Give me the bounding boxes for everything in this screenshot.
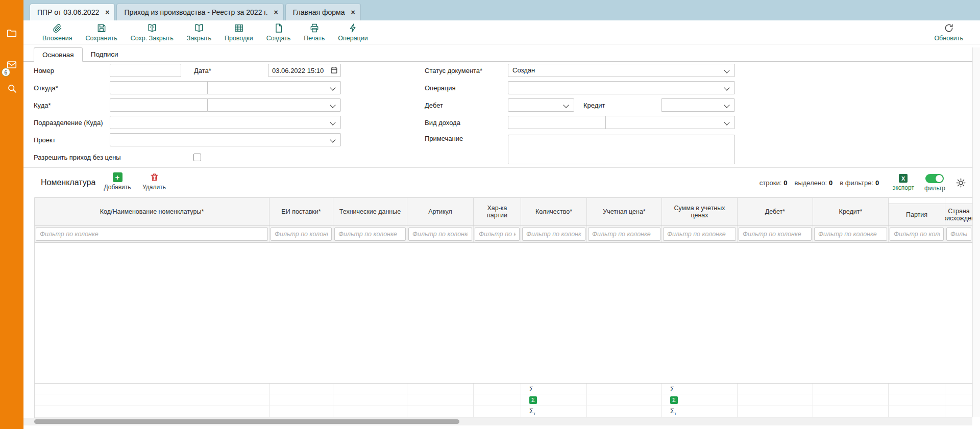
toolbar-label: Операции <box>338 35 368 42</box>
allow-no-price-label: Разрешить приход без цены <box>34 154 189 161</box>
from-select[interactable] <box>207 81 341 94</box>
column-filter-input[interactable] <box>663 228 736 241</box>
close-icon[interactable]: × <box>105 9 109 16</box>
debit-label: Дебет <box>425 102 508 109</box>
column-filter-input[interactable] <box>739 228 812 241</box>
column-header[interactable]: Дебет* <box>738 198 813 225</box>
print-button[interactable]: Печать <box>297 22 331 43</box>
sidebar-search-button[interactable] <box>0 81 23 96</box>
trash-icon <box>150 172 159 182</box>
column-filter-input[interactable] <box>588 228 660 241</box>
create-button[interactable]: Создать <box>260 22 298 43</box>
sum-total-button[interactable]: Σт <box>529 407 535 416</box>
export-button[interactable]: X экспорт <box>892 174 914 191</box>
tab-main[interactable]: Основная <box>34 47 83 62</box>
form-tab-label: Основная <box>42 51 74 59</box>
toolbar-label: Создать <box>266 35 291 42</box>
save-icon <box>96 23 107 33</box>
attachments-button[interactable]: Вложения <box>36 22 79 43</box>
window-tab-ppr[interactable]: ППР от 03.06.2022 × <box>30 4 115 20</box>
column-header[interactable]: Сумма в учетных ценах <box>662 198 738 225</box>
operation-select[interactable] <box>508 81 735 94</box>
postings-button[interactable]: Проводки <box>218 22 260 43</box>
form-tabbar: Основная Подписи <box>23 47 980 62</box>
sigma-subscript: т <box>674 411 676 416</box>
division-select[interactable] <box>110 116 341 129</box>
allow-no-price-checkbox[interactable] <box>193 154 201 161</box>
division-label: Подразделение (Куда) <box>34 119 110 127</box>
column-header[interactable]: ЕИ поставки* <box>270 198 333 225</box>
main-area: ППР от 03.06.2022 × Приход из производст… <box>23 0 980 429</box>
column-filter-input[interactable] <box>475 228 520 241</box>
operation-label: Операция <box>425 84 508 92</box>
income-type-select[interactable] <box>605 116 735 129</box>
note-textarea[interactable] <box>508 135 735 164</box>
close-button[interactable]: Закрыть <box>180 22 218 43</box>
horizontal-scrollbar[interactable] <box>23 418 972 425</box>
column-header[interactable]: Партия <box>889 198 945 225</box>
column-filter-input[interactable] <box>522 228 585 241</box>
status-label: Статус документа* <box>425 67 508 74</box>
column-header[interactable]: Хар-ка партии <box>474 198 521 225</box>
save-button[interactable]: Сохранить <box>79 22 124 43</box>
sum-row-1: Σ Σ <box>35 383 972 394</box>
column-header[interactable]: Учетная цена* <box>587 198 662 225</box>
delete-row-button[interactable]: Удалить <box>138 172 170 191</box>
toolbar-label: Обновить <box>934 35 963 42</box>
to-code-input[interactable] <box>110 98 208 112</box>
calendar-icon[interactable] <box>330 66 338 74</box>
add-row-button[interactable]: + Добавить <box>101 172 134 191</box>
gear-icon[interactable] <box>955 178 966 188</box>
column-filter-input[interactable] <box>408 228 472 241</box>
column-header[interactable]: Технические данные <box>333 198 407 225</box>
sum-button[interactable]: Σ <box>670 385 674 393</box>
close-icon[interactable]: × <box>351 9 355 16</box>
column-header[interactable]: Страна происхождения <box>945 198 972 225</box>
project-select[interactable] <box>110 133 341 146</box>
number-input[interactable] <box>110 64 181 77</box>
column-filter-input[interactable] <box>946 228 971 241</box>
to-select[interactable] <box>207 98 341 112</box>
credit-select[interactable] <box>661 98 735 112</box>
operations-button[interactable]: Операции <box>331 22 374 43</box>
debit-select[interactable] <box>508 98 574 112</box>
sidebar-mail-button[interactable]: 6 <box>0 57 23 72</box>
column-header[interactable]: Код/Наименование номенклатуры* <box>35 198 270 225</box>
sum-total-button[interactable]: Σт <box>670 407 676 416</box>
column-header-label: Страна происхождения <box>945 204 972 225</box>
column-header[interactable]: Количество* <box>521 198 587 225</box>
window-tab-registry[interactable]: Приход из производства - Реестр за 2022 … <box>116 4 283 20</box>
income-type-label: Вид дохода <box>425 119 508 127</box>
status-select[interactable]: Создан <box>508 64 735 77</box>
column-header[interactable]: Артикул <box>407 198 474 225</box>
filter-toggle[interactable] <box>925 174 944 183</box>
filtered-count-label: в фильтре: <box>840 179 873 187</box>
income-code-input[interactable] <box>508 116 606 129</box>
horizontal-scrollbar-thumb[interactable] <box>34 419 459 424</box>
close-icon[interactable]: × <box>274 9 278 16</box>
sum-filtered-button[interactable]: Σ <box>670 396 678 404</box>
sidebar-folder-button[interactable] <box>0 26 23 41</box>
from-code-input[interactable] <box>110 81 208 94</box>
delete-label: Удалить <box>142 184 166 191</box>
operations-lightning-icon <box>348 23 358 33</box>
sum-button[interactable]: Σ <box>529 385 533 393</box>
column-filter-input[interactable] <box>890 228 944 241</box>
tab-signatures[interactable]: Подписи <box>83 47 127 61</box>
column-filter-input[interactable] <box>271 228 332 241</box>
form-tab-label: Подписи <box>91 51 118 58</box>
vertical-scrollbar[interactable] <box>972 47 980 417</box>
date-field <box>268 64 341 77</box>
save-close-button[interactable]: Сохр. Закрыть <box>124 22 180 43</box>
window-tab-mainform[interactable]: Главная форма × <box>285 4 361 20</box>
column-filter-input[interactable] <box>814 228 887 241</box>
table-body-empty[interactable] <box>35 243 972 383</box>
refresh-button[interactable]: Обновить <box>927 22 970 43</box>
grid-header-right: строки:0 выделено:0 в фильтре:0 X экспор… <box>760 168 966 197</box>
left-sidebar: 6 <box>0 0 23 429</box>
column-filter-input[interactable] <box>36 228 268 241</box>
column-header[interactable]: Кредит* <box>813 198 889 225</box>
column-filter-input[interactable] <box>334 228 406 241</box>
refresh-icon <box>944 23 954 33</box>
sum-filtered-button[interactable]: Σ <box>529 396 537 404</box>
